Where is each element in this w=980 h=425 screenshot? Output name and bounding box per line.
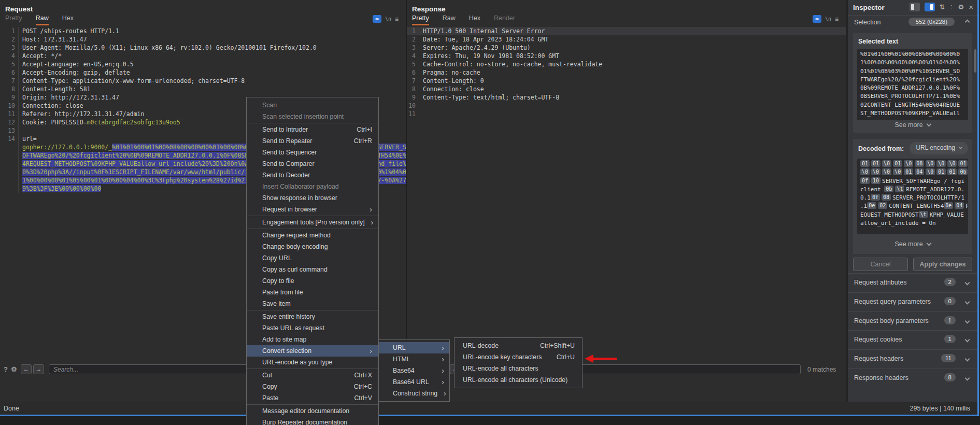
section-response-headers[interactable]: Response headers8 <box>848 369 977 388</box>
selection-section-header[interactable]: Selection 552 (0x228) <box>848 16 977 30</box>
menu-item-url-encode-as-you-type[interactable]: URL-encode as you type <box>247 357 378 368</box>
expand-all-icon[interactable]: ⇅ <box>940 3 945 11</box>
menu-item-url-decode[interactable]: URL-decodeCtrl+Shift+U <box>455 340 582 351</box>
menu-item-change-body-encoding[interactable]: Change body encoding <box>247 241 378 252</box>
menu-item-copy-as-curl-command[interactable]: Copy as curl command <box>247 264 378 275</box>
see-more-link[interactable]: See more <box>853 240 972 248</box>
layout-docked-icon[interactable] <box>910 3 920 11</box>
menu-item-show-response-in-browser[interactable]: Show response in browser <box>247 192 378 204</box>
menu-item-paste-url-as-request[interactable]: Paste URL as request <box>247 322 378 334</box>
show-newlines-icon[interactable]: \n <box>825 16 831 22</box>
hex-byte-chip: \0 <box>926 160 935 167</box>
menu-item-base64[interactable]: Base64› <box>379 365 449 376</box>
menu-item-send-to-intruder[interactable]: Send to IntruderCtrl+I <box>247 124 378 135</box>
response-tab-pretty[interactable]: Pretty <box>412 15 429 25</box>
line-number: 1 <box>407 27 419 35</box>
count-badge: 1 <box>944 316 956 324</box>
menu-item-message-editor-documentation[interactable]: Message editor documentation <box>247 405 378 417</box>
menu-shortcut: Ctrl+R <box>354 135 372 147</box>
menu-item-copy[interactable]: CopyCtrl+C <box>247 381 378 392</box>
line-number: 8 <box>407 85 419 93</box>
editor-menu-icon[interactable]: ≡ <box>835 16 839 23</box>
show-newlines-icon[interactable]: \n <box>385 16 391 22</box>
menu-item-scan-selected-insertion-point[interactable]: Scan selected insertion point <box>247 111 378 122</box>
hex-byte-chip: 0f <box>871 194 880 201</box>
response-tab-hex[interactable]: Hex <box>469 15 480 24</box>
menu-item-base64-url[interactable]: Base64 URL› <box>379 376 449 388</box>
menu-item-cut[interactable]: CutCtrl+X <box>247 370 378 381</box>
see-more-link[interactable]: See more <box>853 121 972 129</box>
section-request-body-parameters[interactable]: Request body parameters1 <box>848 311 977 331</box>
editor-menu-icon[interactable]: ≡ <box>395 16 399 23</box>
layout-split-icon[interactable] <box>925 3 935 11</box>
menu-item-url-encode-all-characters-unicode[interactable]: URL-encode all characters (Unicode) <box>455 374 582 386</box>
menu-item-add-to-site-map[interactable]: Add to site map <box>247 334 378 345</box>
menu-item-url-encode-key-characters[interactable]: URL-encode key charactersCtrl+U <box>455 351 582 363</box>
response-tab-raw[interactable]: Raw <box>443 15 456 24</box>
hex-byte-chip: 0f <box>860 177 870 184</box>
menu-item-change-request-method[interactable]: Change request method <box>247 230 378 241</box>
menu-item-paste[interactable]: PasteCtrl+V <box>247 392 378 404</box>
inspector-scrollbar[interactable] <box>974 49 976 73</box>
decoded-content[interactable]: 0101\001\008\0\0\001\0\0\0\0\0\00104\001… <box>857 159 968 234</box>
menu-item-html[interactable]: HTML› <box>379 353 449 365</box>
menu-item-save-item[interactable]: Save item <box>247 298 378 309</box>
request-tab-pretty[interactable]: Pretty <box>5 15 22 24</box>
close-icon[interactable]: × <box>969 3 973 11</box>
code-line: 7Content-Length: 0 <box>407 77 846 85</box>
section-label: Request body parameters <box>854 317 929 324</box>
menu-item-convert-selection[interactable]: Convert selection› <box>247 345 378 357</box>
section-request-headers[interactable]: Request headers11 <box>848 349 977 369</box>
section-request-cookies[interactable]: Request cookies1 <box>848 330 977 349</box>
section-request-query-parameters[interactable]: Request query parameters0 <box>848 292 977 311</box>
help-icon[interactable]: ? <box>4 365 8 373</box>
count-badge: 11 <box>941 354 956 362</box>
menu-shortcut: Ctrl+U <box>557 351 575 363</box>
request-tab-hex[interactable]: Hex <box>62 15 74 24</box>
menu-item-copy-url[interactable]: Copy URL <box>247 252 378 264</box>
inspector-settings-gear-icon[interactable]: ⚙ <box>958 3 964 11</box>
response-editor[interactable]: 1HTTP/1.0 500 Internal Server Error2Date… <box>407 27 846 363</box>
submenu-arrow-icon: › <box>442 353 444 365</box>
section-request-attributes[interactable]: Request attributes2 <box>848 273 977 292</box>
menu-item-burp-repeater-documentation[interactable]: Burp Repeater documentation <box>247 417 378 425</box>
menu-item-url[interactable]: URL› <box>379 342 449 353</box>
line-number: 6 <box>407 68 419 77</box>
menu-item-send-to-repeater[interactable]: Send to RepeaterCtrl+R <box>247 135 378 147</box>
search-settings-gear-icon[interactable]: ⚙ <box>11 365 17 373</box>
prettify-icon[interactable]: ≈ <box>373 15 381 23</box>
menu-item-paste-from-file[interactable]: Paste from file <box>247 287 378 298</box>
code-line: 1HTTP/1.0 500 Internal Server Error <box>407 27 846 35</box>
menu-separator <box>247 123 378 123</box>
response-tab-render[interactable]: Render <box>494 15 515 24</box>
menu-item-engagement-tools-pro-version-only[interactable]: Engagement tools [Pro version only]› <box>247 217 378 228</box>
prettify-icon[interactable]: ≈ <box>813 15 821 23</box>
url-encode-submenu: URL-decodeCtrl+Shift+UURL-encode key cha… <box>454 337 583 388</box>
inspector-header: Inspector ⇅ ÷ ⚙ × <box>848 0 977 16</box>
menu-item-scan[interactable]: Scan <box>247 100 378 111</box>
menu-item-save-entire-history[interactable]: Save entire history <box>247 311 378 322</box>
menu-item-construct-string[interactable]: Construct string› <box>379 388 449 399</box>
line-number: 11 <box>0 110 19 118</box>
encoding-dropdown[interactable]: URL encoding <box>910 142 968 154</box>
menu-separator <box>247 310 378 310</box>
menu-item-request-in-browser[interactable]: Request in browser› <box>247 204 378 215</box>
prev-match-button[interactable]: ← <box>21 364 32 374</box>
menu-item-url-encode-all-characters[interactable]: URL-encode all characters <box>455 363 582 374</box>
chevron-up-icon[interactable] <box>965 20 970 25</box>
next-match-button[interactable]: → <box>33 364 44 374</box>
menu-item-send-to-sequencer[interactable]: Send to Sequencer <box>247 147 378 158</box>
line-number: 9 <box>0 93 19 102</box>
menu-item-insert-collaborator-payload[interactable]: Insert Collaborator payload <box>247 181 378 192</box>
apply-changes-button[interactable]: Apply changes <box>913 258 972 271</box>
menu-item-send-to-decoder[interactable]: Send to Decoder <box>247 169 378 181</box>
request-tab-raw[interactable]: Raw <box>36 15 49 25</box>
status-bar: Done <box>0 402 979 415</box>
menu-item-send-to-comparer[interactable]: Send to Comparer <box>247 158 378 169</box>
cancel-button[interactable]: Cancel <box>853 258 908 271</box>
menu-item-copy-to-file[interactable]: Copy to file <box>247 275 378 287</box>
collapse-all-icon[interactable]: ÷ <box>949 3 953 11</box>
code-line: 10 <box>407 102 846 110</box>
selected-text-content[interactable]: %01%01%00%01%00%08%00%00%00%01%00%00%00%… <box>857 49 968 120</box>
line-number <box>0 151 19 160</box>
